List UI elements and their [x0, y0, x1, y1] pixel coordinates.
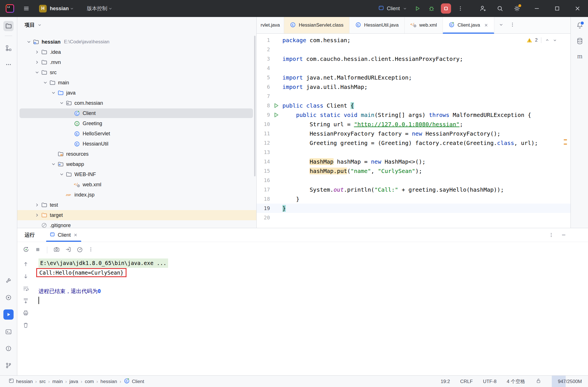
tree-chevron-right-icon[interactable]: [33, 202, 41, 208]
breadcrumb-client[interactable]: CClient: [124, 378, 144, 385]
tree-row-WEB-INF[interactable]: WEB-INF: [17, 169, 256, 179]
tab-hessianservlet-class[interactable]: C HessianServlet.class: [284, 17, 349, 33]
window-close-button[interactable]: [573, 4, 582, 13]
line-number[interactable]: 5: [257, 74, 270, 80]
tree-chevron-right-icon[interactable]: [33, 59, 41, 65]
tab-client-java[interactable]: C Client.java: [443, 17, 494, 33]
tree-row-index-jsp[interactable]: JSPindex.jsp: [17, 190, 256, 200]
tool-services-button[interactable]: [3, 292, 14, 303]
run-panel-kebab-icon[interactable]: [548, 232, 554, 238]
more-tools-button[interactable]: [3, 59, 14, 70]
run-configuration-selector[interactable]: Client: [378, 5, 407, 12]
readonly-toggle[interactable]: [535, 378, 542, 385]
tree-chevron-down-icon[interactable]: [57, 100, 66, 106]
run-tab-client[interactable]: Client: [46, 228, 81, 242]
tab-hessianutil-java[interactable]: C HessianUtil.java: [349, 17, 405, 33]
tree-chevron-down-icon[interactable]: [57, 171, 66, 178]
tree-chevron-down-icon[interactable]: [49, 161, 57, 167]
gutter-run-icon[interactable]: [270, 112, 282, 118]
tree-row-main[interactable]: main: [17, 78, 256, 88]
tree-row-web-xml[interactable]: </web.xml: [17, 179, 256, 190]
tree-row-HelloServlet[interactable]: CHelloServlet: [17, 129, 256, 139]
print-button[interactable]: [22, 309, 29, 317]
inspections-widget[interactable]: 2: [526, 37, 557, 43]
profiler-button[interactable]: [76, 246, 83, 254]
code-editor[interactable]: 1package com.hessian;23import com.caucho…: [257, 34, 570, 228]
tree-row-java[interactable]: java: [17, 88, 256, 98]
project-chevron-icon[interactable]: [69, 4, 75, 13]
prev-warning-icon[interactable]: [545, 38, 550, 43]
tool-structure-button[interactable]: [3, 43, 14, 53]
tab-options-kebab-icon[interactable]: [510, 22, 515, 29]
line-number[interactable]: 7: [257, 93, 270, 99]
window-minimize-button[interactable]: [532, 4, 542, 13]
tree-chevron-right-icon[interactable]: [33, 212, 41, 218]
caret-position[interactable]: 19:2: [441, 379, 450, 384]
line-number[interactable]: 2: [257, 46, 270, 52]
tool-build-button[interactable]: [3, 275, 14, 286]
rerun-button[interactable]: [23, 246, 29, 254]
line-number[interactable]: 1: [257, 37, 270, 43]
soft-wrap-button[interactable]: [22, 285, 29, 293]
import-thread-dump-button[interactable]: [65, 246, 72, 254]
database-tool-button[interactable]: [576, 37, 583, 46]
more-actions-button[interactable]: [456, 4, 465, 13]
scroll-up-button[interactable]: [22, 261, 29, 269]
stop-button[interactable]: [441, 3, 451, 14]
breadcrumb-main[interactable]: main: [52, 379, 63, 384]
breadcrumb-java[interactable]: java: [69, 379, 78, 384]
line-number[interactable]: 12: [257, 140, 270, 146]
tree-row--gitignore[interactable]: .gitignore: [17, 220, 256, 228]
window-maximize-button[interactable]: [552, 4, 562, 13]
tree-row-com-hessian[interactable]: com.hessian: [17, 98, 256, 108]
screenshot-button[interactable]: [53, 246, 60, 254]
project-widget[interactable]: hessian: [50, 6, 69, 12]
tree-row-webapp[interactable]: webapp: [17, 159, 256, 169]
tree-row-src[interactable]: src: [17, 67, 256, 78]
tree-chevron-down-icon[interactable]: [41, 80, 49, 86]
tool-problems-button[interactable]: [3, 343, 14, 354]
maven-tool-button[interactable]: m: [577, 53, 583, 59]
line-number[interactable]: 13: [257, 149, 270, 155]
tree-row-target[interactable]: target: [17, 210, 256, 220]
line-number[interactable]: 9: [257, 112, 270, 118]
line-number[interactable]: 14: [257, 159, 270, 164]
line-number[interactable]: 8: [257, 102, 270, 108]
tree-row-hessian[interactable]: hessianE:\Code\java\hessian: [17, 37, 256, 47]
tool-run-button[interactable]: [3, 309, 14, 320]
line-number[interactable]: 4: [257, 65, 270, 71]
hidden-tabs-chevron-icon[interactable]: [498, 22, 504, 29]
clear-console-button[interactable]: [22, 322, 29, 330]
settings-button[interactable]: [512, 4, 522, 13]
tool-git-button[interactable]: [3, 360, 14, 371]
tool-terminal-button[interactable]: [3, 327, 14, 337]
run-panel-minimize-icon[interactable]: [561, 232, 566, 238]
tab-servlet-java[interactable]: rvlet.java: [257, 17, 284, 33]
run-button[interactable]: [413, 4, 422, 13]
tree-row--idea[interactable]: .idea: [17, 47, 256, 57]
project-view-chevron-icon[interactable]: [37, 22, 42, 27]
scroll-down-button[interactable]: [22, 273, 29, 281]
memory-indicator[interactable]: 947/2500M: [552, 376, 588, 387]
tree-chevron-down-icon[interactable]: [33, 69, 41, 76]
error-stripe-mark[interactable]: [564, 139, 567, 140]
line-number[interactable]: 18: [257, 196, 270, 202]
tree-row-resources[interactable]: resources: [17, 149, 256, 159]
tree-chevron-right-icon[interactable]: [33, 49, 41, 55]
main-menu-button[interactable]: [22, 4, 31, 13]
search-everywhere-button[interactable]: [495, 4, 505, 13]
next-warning-icon[interactable]: [552, 38, 557, 43]
breadcrumb-src[interactable]: src: [39, 379, 46, 384]
project-avatar[interactable]: H: [39, 5, 47, 12]
tree-row--mvn[interactable]: .mvn: [17, 57, 256, 67]
tree-scrollbar[interactable]: [254, 36, 256, 176]
line-number[interactable]: 10: [257, 121, 270, 127]
tab-web-xml[interactable]: </ web.xml: [405, 17, 443, 33]
line-number[interactable]: 3: [257, 56, 270, 62]
stop-disabled-button[interactable]: [34, 246, 41, 254]
indent-setting[interactable]: 4 个空格: [507, 378, 525, 385]
breadcrumb-com[interactable]: com: [85, 379, 94, 384]
tool-project-button[interactable]: [3, 21, 14, 31]
line-ending[interactable]: CRLF: [460, 379, 473, 384]
line-number[interactable]: 15: [257, 168, 270, 174]
